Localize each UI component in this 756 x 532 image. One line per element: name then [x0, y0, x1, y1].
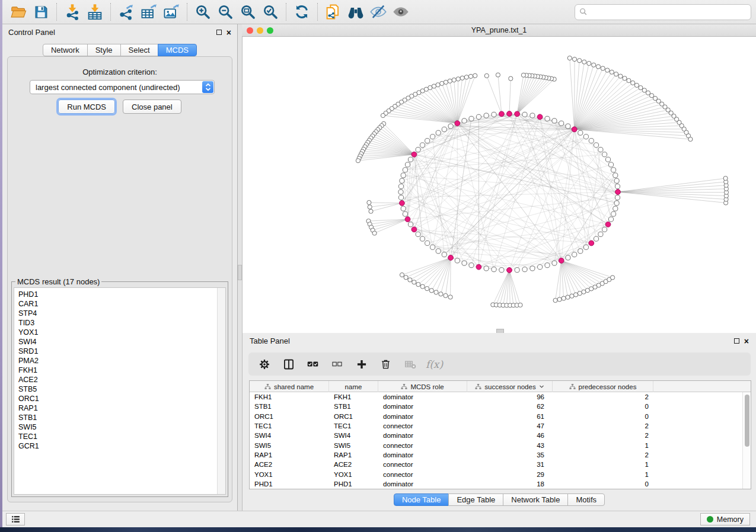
export-image-button[interactable] [160, 2, 183, 22]
open-file-button[interactable] [7, 2, 30, 22]
network-canvas[interactable] [242, 37, 756, 333]
export-table-button[interactable] [138, 2, 160, 22]
horizontal-splitter-handle[interactable] [496, 329, 504, 333]
table-row[interactable]: SWI4SWI4dominator462 [250, 431, 742, 440]
result-item[interactable]: ORC1 [18, 394, 217, 403]
criterion-dropdown[interactable]: largest connected component (undirected) [30, 80, 215, 94]
result-list-scrollbar[interactable] [217, 288, 225, 494]
memory-button[interactable]: Memory [700, 513, 750, 525]
task-history-button[interactable] [6, 513, 25, 525]
network-graph[interactable] [243, 37, 756, 333]
clone-network-button[interactable] [322, 2, 344, 22]
table-cell: dominator [378, 451, 467, 459]
table-row[interactable]: ORC1ORC1dominator610 [250, 412, 742, 421]
tab-network-table[interactable]: Network Table [503, 493, 568, 506]
add-column-button[interactable] [350, 355, 372, 374]
first-neighbors-button[interactable] [344, 2, 367, 22]
import-network-button[interactable] [61, 2, 84, 22]
zoom-fit-button[interactable] [237, 2, 259, 22]
list-icon [11, 514, 21, 524]
table-cell: SWI5 [329, 442, 378, 449]
plus-icon [356, 358, 368, 370]
result-item[interactable]: STP4 [18, 309, 217, 318]
columns-icon [283, 358, 295, 370]
delete-column-button[interactable] [375, 355, 397, 374]
toolbar-separator [187, 3, 187, 21]
clear-selection-button[interactable] [326, 355, 348, 374]
result-item[interactable]: SWI4 [18, 337, 217, 347]
float-table-panel-icon[interactable] [734, 338, 739, 344]
zoom-out-button[interactable] [214, 2, 237, 22]
result-item[interactable]: CAR1 [18, 299, 217, 309]
result-item[interactable]: PMA2 [18, 356, 217, 366]
result-item[interactable]: TID3 [18, 318, 217, 328]
search-icon [579, 8, 588, 16]
hide-selected-button[interactable] [367, 2, 390, 22]
export-network-button[interactable] [115, 2, 138, 22]
function-builder-button[interactable]: f(x) [423, 355, 445, 374]
tab-node-table[interactable]: Node Table [394, 493, 449, 506]
tab-motifs[interactable]: Motifs [567, 493, 605, 506]
column-header-predecessor-nodes[interactable]: predecessor nodes [553, 381, 653, 392]
run-mcds-button[interactable]: Run MCDS [58, 100, 115, 114]
main-toolbar [2, 0, 756, 24]
result-item[interactable]: STB1 [18, 413, 217, 422]
column-header-shared-name[interactable]: shared name [250, 381, 329, 392]
table-panel: Table Panel × f(x) shared [242, 333, 756, 511]
select-all-button[interactable] [302, 355, 324, 374]
table-row[interactable]: TEC1TEC1connector472 [250, 421, 742, 431]
show-columns-button[interactable] [277, 355, 299, 374]
table-scrollbar-thumb[interactable] [745, 395, 749, 447]
close-panel-icon[interactable]: × [227, 30, 231, 36]
result-item[interactable]: SWI5 [18, 422, 217, 432]
column-header-MCDS-role[interactable]: MCDS role [378, 381, 467, 392]
delete-table-button[interactable] [399, 355, 421, 374]
tab-select[interactable]: Select [120, 44, 158, 56]
result-item[interactable]: RAP1 [18, 403, 217, 413]
table-row[interactable]: SWI5SWI5connector431 [250, 440, 742, 450]
tab-network[interactable]: Network [43, 44, 88, 56]
table-settings-button[interactable] [253, 355, 275, 374]
table-row[interactable]: STB1STB1dominator620 [250, 402, 742, 411]
result-item[interactable]: SRD1 [18, 347, 217, 356]
table-row[interactable]: PHD1PHD1dominator180 [250, 479, 742, 489]
close-table-panel-icon[interactable]: × [744, 338, 749, 344]
tab-mcds[interactable]: MCDS [158, 44, 197, 56]
column-header-name[interactable]: name [329, 381, 378, 392]
splitter-handle[interactable] [238, 265, 242, 280]
table-row[interactable]: ACE2ACE2connector311 [250, 460, 742, 469]
table-cell: ACE2 [329, 461, 378, 468]
table-row[interactable]: RAP1RAP1dominator352 [250, 450, 742, 460]
table-cell: 2 [553, 432, 653, 439]
tab-edge-table[interactable]: Edge Table [448, 493, 503, 506]
result-item[interactable]: TEC1 [18, 432, 217, 441]
result-item[interactable]: YOX1 [18, 328, 217, 337]
search-input[interactable] [591, 5, 751, 18]
table-cell: 0 [553, 480, 653, 488]
refresh-layout-button[interactable] [291, 2, 313, 22]
table-row[interactable]: YOX1YOX1connector291 [250, 469, 742, 479]
table-cell: YOX1 [250, 471, 329, 478]
show-all-button[interactable] [390, 2, 412, 22]
clear-selection-icon [331, 358, 343, 370]
save-session-button[interactable] [30, 2, 52, 22]
result-item[interactable]: GCR1 [18, 441, 217, 451]
table-cell: 18 [467, 480, 553, 488]
memory-status-icon [707, 516, 713, 523]
float-panel-icon[interactable] [216, 30, 222, 35]
vertical-splitter[interactable] [238, 24, 242, 511]
table-cell: 61 [467, 413, 553, 420]
tab-style[interactable]: Style [87, 44, 121, 56]
zoom-in-button[interactable] [192, 2, 214, 22]
table-row[interactable]: FKH1FKH1dominator962 [250, 392, 742, 402]
import-table-button[interactable] [84, 2, 106, 22]
result-item[interactable]: PHD1 [18, 290, 217, 299]
table-scrollbar[interactable] [742, 392, 751, 489]
zoom-selected-button[interactable] [259, 2, 282, 22]
column-header-successor-nodes[interactable]: successor nodes [467, 381, 553, 392]
eye-slash-icon [369, 3, 387, 21]
result-item[interactable]: ACE2 [18, 375, 217, 384]
close-panel-button[interactable]: Close panel [123, 100, 181, 114]
result-item[interactable]: STB5 [18, 384, 217, 394]
result-item[interactable]: FKH1 [18, 366, 217, 375]
